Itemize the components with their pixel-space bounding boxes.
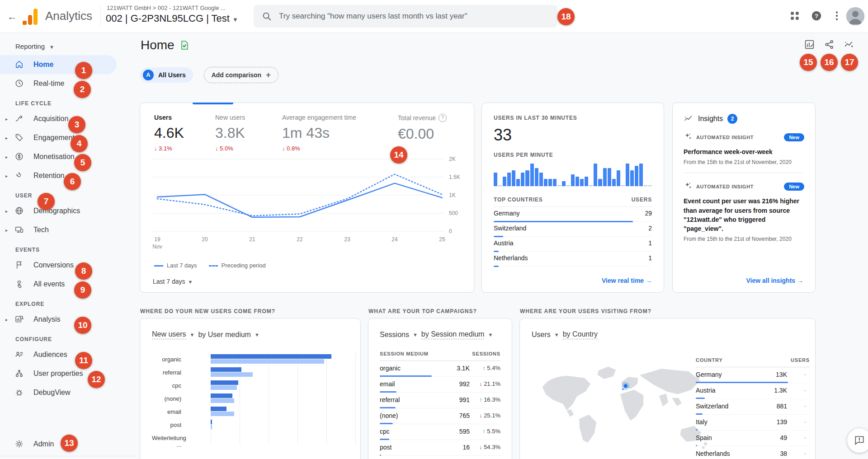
svg-text:19: 19	[154, 236, 160, 243]
new-users-question: WHERE DO YOUR NEW USERS COME FROM?	[140, 308, 275, 314]
property-selector[interactable]: 002 | G-2P3NL95LCG | Test▼	[106, 13, 238, 24]
brand-title: Analytics	[45, 9, 92, 23]
legend-last-7-days: Last 7 days	[154, 262, 197, 269]
expand-arrow-icon[interactable]: ▸	[5, 173, 11, 178]
sidebar-item-home[interactable]: Home	[0, 55, 117, 74]
expand-arrow-icon[interactable]: ▸	[5, 317, 11, 322]
annotation-badge-13: 13	[61, 435, 78, 452]
sidebar-item-monetisation[interactable]: ▸Monetisation	[0, 147, 136, 166]
by-user-medium-label: by User medium	[198, 331, 250, 339]
monetisation-icon	[14, 152, 24, 162]
users-metric-selector[interactable]: Users	[532, 331, 551, 339]
country-name: Austria	[494, 239, 514, 247]
svg-text:1.5K: 1.5K	[449, 174, 460, 180]
sidebar-item-analysis[interactable]: ▸Analysis	[0, 310, 136, 329]
metric-total-revenue[interactable]: Total revenue?€0.00	[398, 114, 466, 153]
date-range-selector[interactable]: Last 7 days▼	[153, 278, 193, 285]
metric-average-engagement-time[interactable]: Average engagement time1m 43s↓ 0.8%	[282, 114, 385, 153]
sidebar-item-user-properties[interactable]: User properties	[0, 364, 136, 383]
sidebar-item-label: Tech	[33, 226, 49, 234]
expand-arrow-icon[interactable]: ▸	[5, 228, 11, 233]
session-medium-row: post16↓ 54.3%	[380, 440, 500, 456]
sidebar-item-all-events[interactable]: All events	[0, 275, 136, 294]
apps-grid-icon[interactable]	[789, 10, 802, 23]
map-marker-germany	[624, 384, 627, 388]
minute-bar	[557, 185, 561, 186]
minute-bar	[580, 179, 584, 186]
bar-pair	[211, 433, 356, 442]
sidebar-item-acquisition[interactable]: ▸Acquisition	[0, 109, 136, 128]
minute-bar	[548, 179, 552, 186]
back-icon[interactable]: ←	[5, 10, 19, 23]
new-users-bar-row: Weiterleitung ...	[152, 431, 349, 445]
country-name: Germany	[494, 210, 520, 217]
realtime-country-row: Germany29	[494, 207, 652, 222]
new-users-bar-row: post	[152, 418, 349, 431]
search-bar[interactable]	[254, 5, 557, 28]
metric-new-users[interactable]: New users3.8K↓ 5.0%	[215, 114, 269, 153]
by-session-medium-selector[interactable]: by Session medium	[421, 330, 485, 339]
customize-report-icon[interactable]	[804, 39, 816, 51]
minute-bar	[535, 168, 538, 186]
expand-arrow-icon[interactable]: ▸	[5, 155, 11, 159]
retention-icon	[14, 171, 24, 181]
session-medium-row: (none)765↓ 25.1%	[380, 408, 500, 424]
all-users-chip[interactable]: A All Users	[140, 67, 193, 83]
sidebar-item-debugview[interactable]: DebugView	[0, 383, 136, 402]
view-real-time-link[interactable]: View real time →	[602, 277, 652, 284]
insights-icon[interactable]	[844, 39, 855, 51]
new-users-metric-selector[interactable]: New users	[152, 330, 186, 339]
country-users: 38	[780, 450, 787, 457]
world-map	[526, 358, 721, 459]
country-name: Spain	[696, 434, 712, 441]
insight-title: Event count per user was 216% higher tha…	[684, 197, 804, 233]
country-users: 1	[648, 254, 652, 262]
help-icon[interactable]: ?	[811, 10, 823, 23]
new-users-bar-row: cpc	[152, 379, 349, 392]
help-icon[interactable]: ?	[439, 114, 447, 122]
sidebar-item-label: Monetisation	[33, 153, 75, 161]
sessions-delta: ↓ 54.3%	[479, 444, 500, 450]
sidebar-item-audiences[interactable]: Audiences	[0, 345, 136, 364]
sidebar-item-demographics[interactable]: ▸Demographics	[0, 201, 136, 220]
add-comparison-button[interactable]: Add comparison+	[204, 67, 278, 83]
country-name: Netherlands	[494, 254, 528, 262]
search-input[interactable]	[278, 11, 549, 21]
new-badge: New	[784, 133, 804, 141]
expand-arrow-icon[interactable]: ▸	[5, 209, 11, 214]
collection-selector[interactable]: Reporting▼	[15, 40, 136, 53]
country-extra: -	[804, 371, 806, 378]
more-vert-icon[interactable]	[831, 10, 844, 23]
new-badge: New	[784, 183, 804, 191]
arrow-down-icon: ↓	[479, 380, 484, 387]
sidebar-item-engagement[interactable]: ▸Engagement	[0, 128, 136, 147]
sidebar-item-label: Audiences	[33, 351, 67, 359]
feedback-button[interactable]	[847, 428, 868, 453]
sidebar-item-conversions[interactable]: Conversions	[0, 256, 136, 275]
geo-card: Users ▼ by Country	[519, 318, 816, 459]
view-all-insights-link[interactable]: View all insights →	[746, 277, 803, 284]
by-country-selector[interactable]: by Country	[563, 330, 598, 339]
metric-label: Users	[154, 114, 203, 121]
top-app-bar: ← Analytics 121WATT GmbH > 002 - 121WATT…	[0, 0, 868, 33]
metric-users[interactable]: Users4.6K↓ 3.1%	[154, 114, 203, 153]
sessions-metric-selector[interactable]: Sessions	[380, 331, 409, 339]
insight-entry[interactable]: AUTOMATED INSIGHTNewPerformance week-ove…	[684, 132, 804, 165]
minute-bar	[648, 185, 652, 186]
sidebar-item-tech[interactable]: ▸Tech	[0, 220, 136, 239]
insight-subtitle: From the 15th to the 21st of November, 2…	[684, 236, 804, 242]
chevron-down-icon: ▼	[554, 332, 559, 337]
metric-delta: ↓ 3.1%	[154, 145, 203, 152]
svg-text:25: 25	[439, 236, 445, 243]
minute-bar	[635, 166, 638, 186]
metric-value: €0.00	[398, 126, 466, 142]
expand-arrow-icon[interactable]: ▸	[5, 136, 11, 141]
expand-arrow-icon[interactable]: ▸	[5, 117, 11, 122]
session-medium-row: referral991↑ 16.3%	[380, 393, 500, 408]
avatar[interactable]	[846, 7, 864, 25]
sidebar-item-real-time[interactable]: Real-time	[0, 74, 136, 93]
share-icon[interactable]	[824, 39, 835, 51]
insight-entry[interactable]: AUTOMATED INSIGHTNewEvent count per user…	[684, 181, 804, 242]
minute-bar	[544, 179, 547, 186]
minute-bar	[525, 170, 529, 186]
